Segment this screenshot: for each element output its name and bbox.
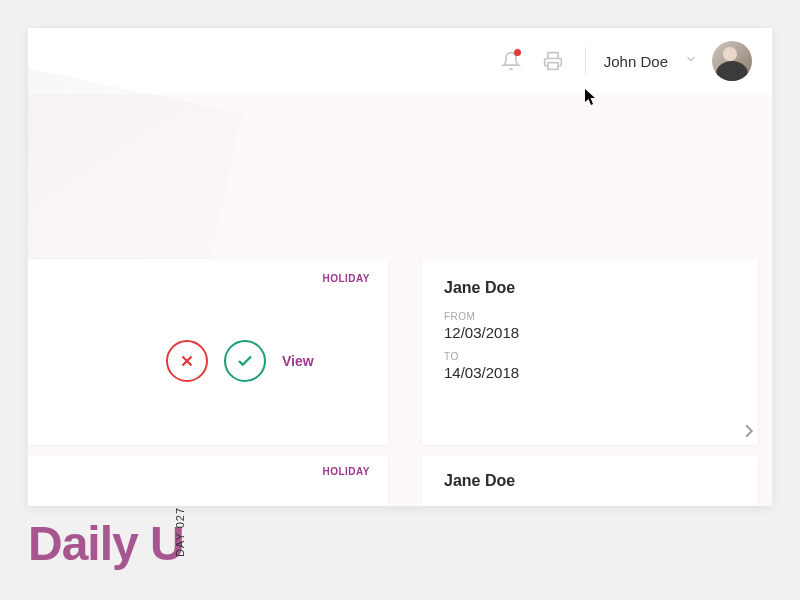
printer-icon bbox=[543, 51, 563, 71]
check-icon bbox=[236, 352, 254, 370]
request-actions: View bbox=[166, 340, 370, 382]
approve-button[interactable] bbox=[224, 340, 266, 382]
detail-card-right-2: Jane Doe bbox=[422, 456, 758, 506]
request-card-left: HOLIDAY View bbox=[28, 259, 388, 445]
reject-button[interactable] bbox=[166, 340, 208, 382]
request-card-left-2: HOLIDAY bbox=[28, 456, 388, 506]
brand-title: Daily U bbox=[28, 516, 184, 571]
person-name: Jane Doe bbox=[444, 279, 736, 297]
view-link[interactable]: View bbox=[282, 353, 314, 369]
avatar[interactable] bbox=[712, 41, 752, 81]
holiday-tag: HOLIDAY bbox=[46, 273, 370, 284]
x-icon bbox=[178, 352, 196, 370]
to-value: 14/03/2018 bbox=[444, 364, 736, 381]
detail-card-right: Jane Doe FROM 12/03/2018 TO 14/03/2018 bbox=[422, 259, 758, 445]
from-value: 12/03/2018 bbox=[444, 324, 736, 341]
chevron-down-icon bbox=[684, 52, 698, 66]
top-bar: John Doe bbox=[28, 28, 772, 94]
holiday-tag: HOLIDAY bbox=[46, 466, 370, 477]
divider bbox=[585, 47, 586, 75]
cursor-icon bbox=[584, 88, 598, 106]
chevron-right-icon bbox=[738, 414, 760, 448]
notification-dot-icon bbox=[514, 49, 521, 56]
to-label: TO bbox=[444, 351, 736, 362]
next-button[interactable] bbox=[738, 414, 760, 452]
person-name: Jane Doe bbox=[444, 472, 736, 490]
svg-rect-0 bbox=[548, 63, 558, 70]
brand-day-label: DAY 027 bbox=[174, 507, 186, 557]
content-area: HOLIDAY View HOLIDAY Jane Doe FROM 12/03… bbox=[28, 94, 772, 506]
notifications-button[interactable] bbox=[497, 47, 525, 75]
from-label: FROM bbox=[444, 311, 736, 322]
app-window: John Doe HOLIDAY View HOLIDAY Jane Doe bbox=[28, 28, 772, 506]
user-name-label: John Doe bbox=[604, 53, 668, 70]
print-button[interactable] bbox=[539, 47, 567, 75]
user-menu-toggle[interactable] bbox=[684, 52, 698, 70]
branding: Daily U DAY 027 bbox=[28, 516, 242, 571]
